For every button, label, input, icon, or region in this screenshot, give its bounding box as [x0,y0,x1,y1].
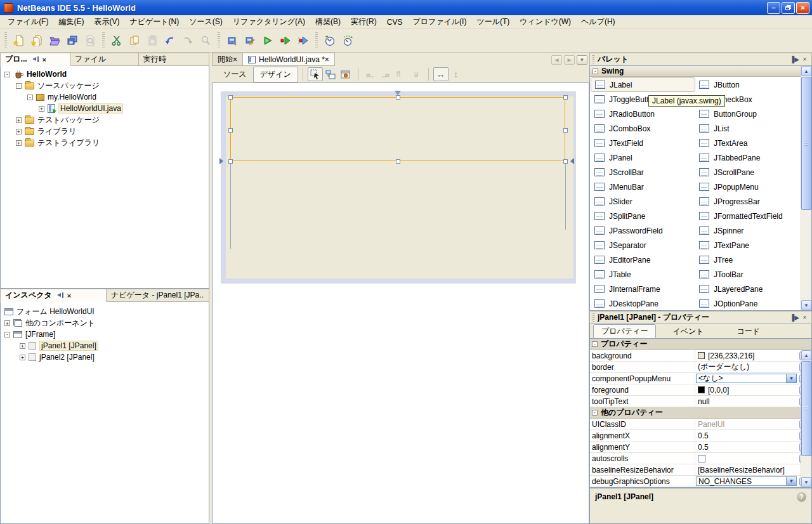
property-row-alignmenty[interactable]: alignmentY 0.5 … [590,442,811,453]
find-button[interactable] [197,31,214,50]
expand-icon[interactable]: + [39,106,44,112]
help-icon[interactable]: ? [797,492,806,502]
tree-node-source-packages[interactable]: - ソースパッケージ [1,80,209,91]
palette-item-jspinner[interactable]: JSpinner [695,223,800,238]
tab-projects[interactable]: プロ... × [0,53,70,66]
dropdown-arrow-icon[interactable]: ▼ [786,477,796,485]
palette-item-jmenubar[interactable]: JMenuBar [591,180,695,194]
close-icon[interactable]: × [801,55,809,63]
collapse-icon[interactable]: - [593,69,598,74]
resize-handle-ne[interactable] [563,95,568,100]
title-bar[interactable]: NetBeans IDE 5.5 - HelloWorld – × [0,0,812,15]
collapse-icon[interactable]: - [592,410,598,416]
dock-icon[interactable]: ▐▶ [790,55,799,63]
close-icon[interactable]: × [67,292,71,299]
new-project-button[interactable] [28,31,46,50]
debuggraphicsoptions-combobox[interactable]: NO_CHANGES ▼ [696,476,797,486]
tab-navigator[interactable]: ナビゲータ - jPanel1 [JPa... [107,289,209,302]
tree-node-test-packages[interactable]: + テストパッケージ [1,114,209,126]
menu-view[interactable]: 表示(V) [89,15,124,29]
tree-node-form[interactable]: フォーム HelloWorldUI [1,306,209,317]
property-row-foreground[interactable]: foreground [0,0,0] … [590,384,811,396]
scroll-tabs-right-button[interactable]: ▶ [564,55,575,65]
toolbar-grip[interactable] [315,32,318,49]
palette-item-jlabel[interactable]: JLabel [591,77,695,92]
scroll-down-button[interactable]: ▼ [801,477,811,487]
page-preview-button[interactable] [81,31,99,50]
dropdown-arrow-icon[interactable]: ▼ [786,374,796,383]
menu-source[interactable]: ソース(S) [184,15,228,29]
attach-profiler-button[interactable] [339,31,357,50]
palette-item-jdesktoppane[interactable]: JDesktopPane [591,296,695,311]
autoscrolls-checkbox[interactable] [698,455,705,462]
menu-cvs[interactable]: CVS [382,16,408,28]
menu-navigate[interactable]: ナビゲート(N) [124,15,184,29]
tree-node-jframe[interactable]: - [JFrame] [1,329,209,340]
menu-run[interactable]: 実行(R) [346,15,382,29]
resize-handle-e[interactable] [563,128,568,133]
source-view-button[interactable]: ソース [217,67,253,82]
toolbar-grip[interactable] [102,32,105,49]
menu-help[interactable]: ヘルプ(H) [576,15,620,29]
properties-scrollbar[interactable]: ▲ ▼ [801,350,811,487]
collapse-icon[interactable]: - [592,341,598,347]
run-file-button[interactable] [277,31,294,50]
build-project-button[interactable] [223,31,241,50]
align-left-button[interactable] [363,67,378,81]
palette-item-jscrollbar[interactable]: JScrollBar [591,165,695,180]
tree-node-libraries[interactable]: + ライブラリ [1,126,209,137]
palette-item-jpanel[interactable]: JPanel [591,150,695,165]
connection-mode-button[interactable] [323,67,338,81]
palette-item-jradiobutton[interactable]: JRadioButton [591,107,695,121]
collapse-icon[interactable]: - [4,332,10,337]
palette-item-jtable[interactable]: JTable [591,267,695,282]
expand-icon[interactable]: + [20,343,25,349]
menu-refactor[interactable]: リファクタリング(A) [228,15,310,29]
property-row-uiclassid[interactable]: UIClassID PanelUI … [590,419,811,430]
palette-item-jinternalframe[interactable]: JInternalFrame [591,282,695,296]
property-row-baselineresizebehavior[interactable]: baselineResizeBehavior [BaselineResizeBe… [590,464,811,476]
preview-design-button[interactable] [338,67,353,81]
resize-handle-n[interactable] [396,95,400,100]
tab-start-page[interactable]: 開始 × [212,53,243,66]
design-view-button[interactable]: デザイン [253,67,298,82]
close-icon[interactable]: × [801,313,809,322]
jpanel1-selection[interactable] [230,97,565,161]
clean-build-button[interactable] [241,31,259,50]
paste-button[interactable] [143,31,161,50]
componentpopupmenu-combobox[interactable]: <なし> ▼ [696,374,797,383]
palette-item-jslider[interactable]: JSlider [591,194,695,209]
resize-handle-sw[interactable] [228,159,233,164]
close-button[interactable]: × [796,2,809,14]
palette-item-jlist[interactable]: JList [695,121,800,136]
redo-button[interactable] [179,31,197,50]
tab-list-dropdown-button[interactable]: ▼ [577,55,587,65]
expand-icon[interactable]: + [16,129,22,134]
tab-inspector[interactable]: インスペクタ × [0,289,107,302]
scroll-up-button[interactable]: ▲ [801,350,811,360]
palette-item-jseparator[interactable]: JSeparator [591,238,695,252]
scrollbar-thumb[interactable] [801,361,811,456]
palette-item-jprogressbar[interactable]: JProgressBar [695,194,800,209]
palette-item-jtextarea[interactable]: JTextArea [695,136,800,150]
menu-window[interactable]: ウィンドウ(W) [514,15,576,29]
palette-item-jscrollpane[interactable]: JScrollPane [695,165,800,180]
palette-item-jcombobox[interactable]: JComboBox [591,121,695,136]
design-canvas[interactable] [212,83,589,524]
close-icon[interactable]: × [233,55,237,64]
auto-hide-icon[interactable] [57,292,63,298]
design-surface[interactable] [221,91,576,284]
palette-item-jtextfield[interactable]: JTextField [591,136,695,150]
palette-item-jformattedtextfield[interactable]: JFormattedTextField [695,209,800,223]
toolbar-grip[interactable] [218,32,220,49]
palette-item-buttongroup[interactable]: ButtonGroup [695,107,800,121]
collapse-icon[interactable]: - [4,72,10,77]
align-top-button[interactable] [393,67,409,81]
close-icon[interactable]: × [325,55,329,64]
expand-icon[interactable]: + [20,355,25,360]
section-properties[interactable]: - プロパティー [590,339,811,350]
property-row-tooltiptext[interactable]: toolTipText null … [590,396,811,407]
property-row-alignmentx[interactable]: alignmentX 0.5 … [590,430,811,442]
property-row-debuggraphicsoptions[interactable]: debugGraphicsOptions NO_CHANGES ▼ … [590,476,811,487]
section-other-properties[interactable]: - 他のプロパティー [590,407,811,419]
